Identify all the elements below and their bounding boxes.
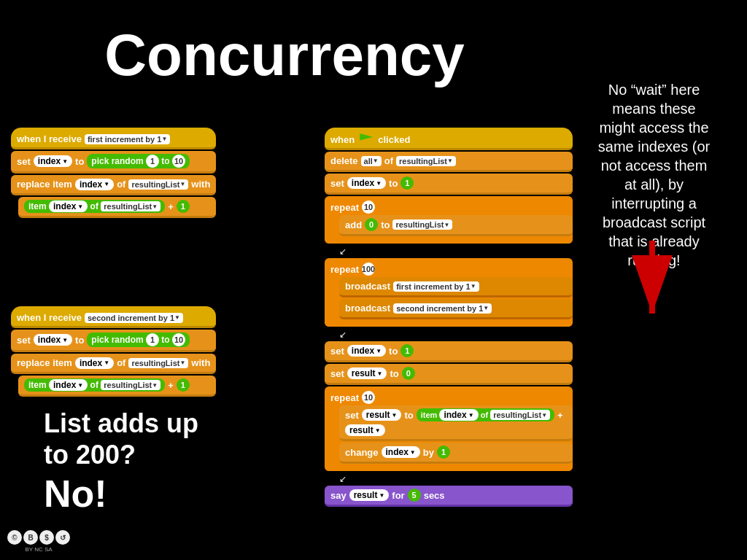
pick-random-2: pick random 1 to 10 [87, 332, 190, 347]
repeat-10-num: 10 [362, 201, 375, 214]
nc-icon: $ [39, 530, 54, 545]
repeat-100-label: repeat [330, 264, 359, 275]
when-flag-clicked: when clicked [325, 128, 573, 150]
index-var-4: index ▼ [75, 357, 114, 369]
cc-icon: © [7, 530, 22, 545]
resultinglist-drop-1[interactable]: resultingList [128, 179, 188, 190]
result-var-4: result ▼ [349, 489, 390, 501]
replace-item-block-1: replace item index ▼ of resultingList wi… [11, 175, 216, 195]
small-arrow-2: ↙ [339, 330, 573, 340]
repeat-10b-num: 10 [362, 391, 375, 404]
num-1-b: 1 [400, 344, 414, 357]
by-one-num: 1 [437, 446, 450, 459]
index-var-3: index ▼ [34, 334, 72, 346]
first-increment-dropdown[interactable]: first increment by 1 [85, 134, 170, 144]
all-dropdown[interactable]: all [361, 156, 382, 166]
red-arrow-icon [623, 241, 681, 328]
item-index-block-2: item index ▼ of resultingList + 1 [18, 376, 216, 397]
broadcast-second-block: broadcast second increment by 1 [339, 299, 573, 319]
plus-one-2: 1 [177, 378, 190, 392]
second-increment-broadcast[interactable]: second increment by 1 [393, 303, 492, 314]
right-script: when clicked delete all of resultingList… [325, 128, 573, 507]
index-var-2: index ▼ [75, 179, 114, 190]
result-var-1: result ▼ [347, 368, 387, 379]
delete-all-block: delete all of resultingList [325, 152, 573, 172]
add-zero-block: add 0 to resultingList [339, 215, 573, 236]
sa-icon: ↺ [55, 530, 70, 545]
pick-random-1: pick random 1 to 10 [87, 154, 190, 168]
resultinglist-drop-3[interactable]: resultingList [396, 156, 456, 166]
flag-icon [360, 133, 373, 145]
repeat-10-label: repeat [330, 202, 359, 213]
repeat-10b-label: repeat [330, 392, 359, 403]
result-var-3: result ▼ [345, 424, 385, 436]
set-index-one: set index ▼ to 1 [325, 174, 573, 195]
small-arrow-3: ↙ [339, 474, 573, 484]
zero-num: 0 [365, 218, 378, 231]
by-icon: B [23, 530, 38, 545]
broadcast-first-block: broadcast first increment by 1 [339, 277, 573, 298]
plus-one-1: 1 [177, 200, 190, 213]
first-increment-broadcast[interactable]: first increment by 1 [393, 281, 479, 292]
set-result-expr: set result ▼ to item index ▼ of resultin… [339, 405, 573, 441]
second-increment-dropdown[interactable]: second increment by 1 [85, 313, 183, 323]
page-title: Concurrency [36, 22, 533, 89]
item-expr-2: item index ▼ of resultingList [417, 408, 554, 421]
change-index-block: change index ▼ by 1 [339, 443, 573, 464]
num-1-a: 1 [400, 176, 414, 190]
index-var-6: index ▼ [347, 345, 386, 357]
result-var-2: result ▼ [362, 409, 402, 421]
cc-text: BY NC SA [25, 546, 52, 553]
resultinglist-drop-2[interactable]: resultingList [128, 358, 188, 368]
five-num: 5 [408, 489, 421, 502]
zero-num-2: 0 [402, 367, 415, 380]
say-result-block: say result ▼ for 5 secs [325, 486, 573, 507]
index-var-1: index ▼ [34, 155, 72, 167]
set-index-block-1: set index ▼ to pick random 1 to 10 [11, 151, 216, 174]
when-receive-block-1: when I receive first increment by 1 [11, 128, 216, 149]
set-index-block-2: set index ▼ to pick random 1 to 10 [11, 330, 216, 352]
bottom-text: List adds up to 200? No! [44, 408, 198, 516]
resultinglist-drop-4[interactable]: resultingList [392, 219, 452, 230]
cc-license: © B $ ↺ BY NC SA [7, 530, 70, 553]
left-bottom-script: when I receive second increment by 1 set… [11, 306, 216, 397]
when-receive-block-2: when I receive second increment by 1 [11, 306, 216, 328]
left-top-script: when I receive first increment by 1 set … [11, 128, 216, 218]
set-result-zero: set result ▼ to 0 [325, 364, 573, 385]
index-var-5: index ▼ [347, 177, 386, 189]
small-arrow-1: ↙ [339, 246, 573, 257]
item-index-expr-2: item index ▼ of resultingList [24, 378, 165, 392]
repeat-100-num: 100 [362, 262, 375, 276]
set-index-one-2: set index ▼ to 1 [325, 341, 573, 362]
replace-item-block-2: replace item index ▼ of resultingList wi… [11, 354, 216, 374]
item-index-expr-1: item index ▼ of resultingList [24, 200, 165, 213]
index-var-7: index ▼ [382, 446, 420, 458]
item-index-block-1: item index ▼ of resultingList + 1 [18, 197, 216, 218]
